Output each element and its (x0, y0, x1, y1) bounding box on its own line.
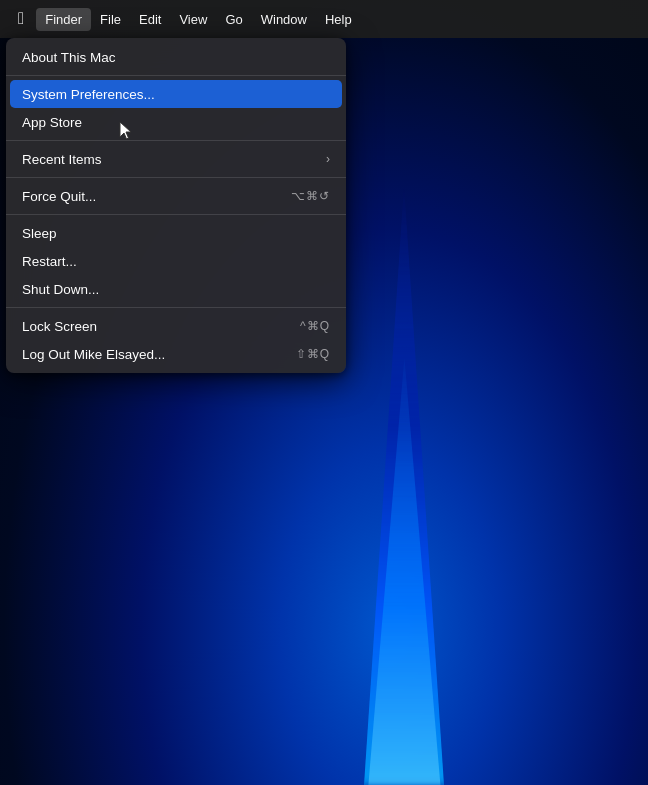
menubar-view[interactable]: View (170, 8, 216, 31)
menu-item-lock-screen[interactable]: Lock Screen ^⌘Q (6, 312, 346, 340)
menubar-edit[interactable]: Edit (130, 8, 170, 31)
menubar:  Finder File Edit View Go Window Help (0, 0, 648, 38)
menu-item-sleep-label: Sleep (22, 226, 57, 241)
menubar-finder[interactable]: Finder (36, 8, 91, 31)
menubar-help[interactable]: Help (316, 8, 361, 31)
menubar-window[interactable]: Window (252, 8, 316, 31)
menu-item-sleep[interactable]: Sleep (6, 219, 346, 247)
separator-5 (6, 307, 346, 308)
separator-1 (6, 75, 346, 76)
menu-item-system-prefs[interactable]: System Preferences... (10, 80, 342, 108)
force-quit-shortcut: ⌥⌘↺ (291, 189, 330, 203)
menu-item-log-out[interactable]: Log Out Mike Elsayed... ⇧⌘Q (6, 340, 346, 368)
menu-item-app-store-label: App Store (22, 115, 82, 130)
menu-item-recent-items-label: Recent Items (22, 152, 102, 167)
menu-item-log-out-label: Log Out Mike Elsayed... (22, 347, 165, 362)
menu-item-shut-down[interactable]: Shut Down... (6, 275, 346, 303)
menu-item-force-quit-label: Force Quit... (22, 189, 96, 204)
menu-item-shut-down-label: Shut Down... (22, 282, 99, 297)
menubar-file[interactable]: File (91, 8, 130, 31)
log-out-shortcut: ⇧⌘Q (296, 347, 330, 361)
menu-item-about[interactable]: About This Mac (6, 43, 346, 71)
separator-4 (6, 214, 346, 215)
menu-item-app-store[interactable]: App Store (6, 108, 346, 136)
menu-item-force-quit[interactable]: Force Quit... ⌥⌘↺ (6, 182, 346, 210)
menu-item-recent-items[interactable]: Recent Items › (6, 145, 346, 173)
lock-screen-shortcut: ^⌘Q (300, 319, 330, 333)
submenu-chevron-icon: › (326, 152, 330, 166)
menu-item-about-label: About This Mac (22, 50, 116, 65)
separator-2 (6, 140, 346, 141)
separator-3 (6, 177, 346, 178)
menu-item-lock-screen-label: Lock Screen (22, 319, 97, 334)
apple-dropdown-menu: About This Mac System Preferences... App… (6, 38, 346, 373)
menu-item-restart[interactable]: Restart... (6, 247, 346, 275)
menu-item-system-prefs-label: System Preferences... (22, 87, 155, 102)
apple-menu-icon[interactable]:  (8, 5, 34, 33)
menubar-go[interactable]: Go (216, 8, 251, 31)
menu-item-restart-label: Restart... (22, 254, 77, 269)
